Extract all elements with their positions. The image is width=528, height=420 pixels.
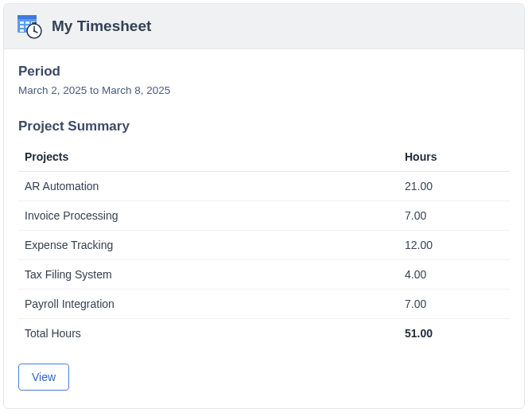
card-header: My Timesheet — [4, 4, 524, 49]
cell-hours: 12.00 — [398, 231, 510, 260]
table-header-row: Projects Hours — [18, 142, 510, 172]
svg-point-12 — [33, 30, 35, 32]
cell-project: Invoice Processing — [18, 201, 398, 231]
cell-hours: 21.00 — [398, 172, 510, 201]
card-title: My Timesheet — [52, 18, 151, 35]
cell-project: Expense Tracking — [18, 231, 398, 260]
period-range: March 2, 2025 to March 8, 2025 — [18, 84, 510, 96]
svg-rect-1 — [17, 15, 37, 19]
table-row: Invoice Processing 7.00 — [18, 201, 510, 231]
svg-rect-5 — [20, 25, 24, 28]
cell-hours: 4.00 — [398, 260, 510, 290]
col-hours: Hours — [398, 142, 510, 172]
cell-project: Payroll Integration — [18, 290, 398, 319]
timesheet-card: My Timesheet Period March 2, 2025 to Mar… — [3, 3, 525, 409]
col-projects: Projects — [18, 142, 398, 172]
table-row: Payroll Integration 7.00 — [18, 290, 510, 319]
svg-rect-2 — [20, 21, 24, 24]
timesheet-icon — [17, 14, 42, 39]
summary-title: Project Summary — [18, 119, 510, 134]
total-hours: 51.00 — [398, 319, 510, 348]
total-label: Total Hours — [18, 319, 398, 348]
period-label: Period — [18, 64, 510, 80]
cell-project: AR Automation — [18, 172, 398, 201]
cell-project: Tax Filing System — [18, 260, 398, 290]
view-button[interactable]: View — [18, 364, 69, 391]
table-total-row: Total Hours 51.00 — [18, 319, 510, 348]
card-body: Period March 2, 2025 to March 8, 2025 Pr… — [4, 49, 524, 408]
svg-rect-9 — [32, 22, 37, 24]
cell-hours: 7.00 — [398, 290, 510, 319]
table-row: Expense Tracking 12.00 — [18, 231, 510, 260]
table-row: AR Automation 21.00 — [18, 172, 510, 201]
svg-rect-3 — [25, 21, 29, 24]
table-row: Tax Filing System 4.00 — [18, 260, 510, 290]
summary-table: Projects Hours AR Automation 21.00 Invoi… — [18, 142, 510, 348]
svg-rect-7 — [20, 29, 24, 32]
cell-hours: 7.00 — [398, 201, 510, 231]
